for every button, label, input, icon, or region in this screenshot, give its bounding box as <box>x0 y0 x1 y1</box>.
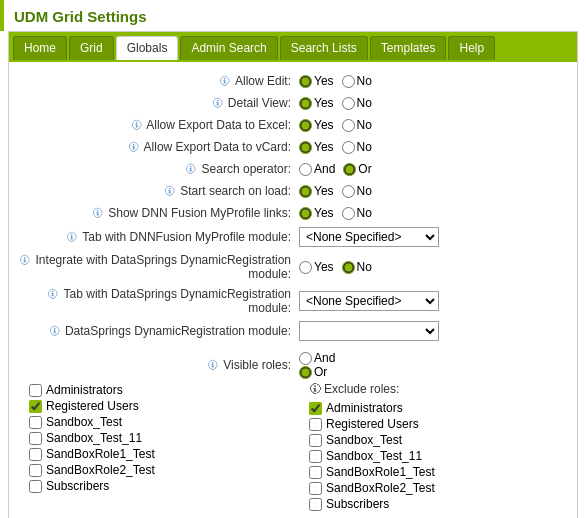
right-role-checkbox-4[interactable] <box>309 466 322 479</box>
tab-home[interactable]: Home <box>13 36 67 60</box>
left-role-item-1: Registered Users <box>29 398 299 414</box>
dropdown-10[interactable] <box>299 321 439 341</box>
help-icon-5[interactable]: 🛈 <box>164 185 175 197</box>
radio-no-0[interactable]: No <box>342 74 372 88</box>
setting-label-1: 🛈 Detail View: <box>19 96 299 110</box>
help-icon-3[interactable]: 🛈 <box>128 141 139 153</box>
setting-value-4: And Or <box>299 162 567 176</box>
left-role-label-6: Subscribers <box>46 479 109 493</box>
left-role-checkbox-5[interactable] <box>29 464 42 477</box>
help-icon-4[interactable]: 🛈 <box>185 163 196 175</box>
radio-yes-3[interactable]: Yes <box>299 140 334 154</box>
radio-or-visible[interactable]: Or <box>299 365 335 379</box>
setting-label-8: 🛈 Integrate with DataSprings DynamicRegi… <box>19 253 299 281</box>
left-role-item-2: Sandbox_Test <box>29 414 299 430</box>
left-role-checkbox-3[interactable] <box>29 432 42 445</box>
outer-container: HomeGridGlobalsAdmin SearchSearch ListsT… <box>8 31 578 518</box>
help-icon-1[interactable]: 🛈 <box>212 97 223 109</box>
left-role-label-0: Administrators <box>46 383 123 397</box>
tab-bar: HomeGridGlobalsAdmin SearchSearch ListsT… <box>9 32 577 60</box>
radio-and-visible[interactable]: And <box>299 351 335 365</box>
tab-help[interactable]: Help <box>448 36 495 60</box>
setting-label-9: 🛈 Tab with DataSprings DynamicRegistrati… <box>19 287 299 315</box>
radio-or-4[interactable]: Or <box>343 162 371 176</box>
right-role-checkbox-5[interactable] <box>309 482 322 495</box>
radio-no-8[interactable]: No <box>342 260 372 274</box>
left-role-label-1: Registered Users <box>46 399 139 413</box>
setting-row-5: 🛈 Start search on load: Yes No <box>19 180 567 202</box>
right-role-checkbox-1[interactable] <box>309 418 322 431</box>
setting-value-2: Yes No <box>299 118 567 132</box>
right-role-item-1: Registered Users <box>309 416 567 432</box>
setting-row-0: 🛈 Allow Edit: Yes No <box>19 70 567 92</box>
left-role-checkbox-0[interactable] <box>29 384 42 397</box>
setting-value-8: Yes No <box>299 260 567 274</box>
dropdown-9[interactable]: <None Specified> <box>299 291 439 311</box>
radio-no-5[interactable]: No <box>342 184 372 198</box>
right-role-label-4: SandBoxRole1_Test <box>326 465 435 479</box>
left-role-label-5: SandBoxRole2_Test <box>46 463 155 477</box>
left-role-checkbox-4[interactable] <box>29 448 42 461</box>
setting-value-7: <None Specified> <box>299 227 567 247</box>
right-role-label-5: SandBoxRole2_Test <box>326 481 435 495</box>
tab-grid[interactable]: Grid <box>69 36 114 60</box>
right-role-checkbox-0[interactable] <box>309 402 322 415</box>
setting-value-0: Yes No <box>299 74 567 88</box>
radio-yes-1[interactable]: Yes <box>299 96 334 110</box>
left-role-item-5: SandBoxRole2_Test <box>29 462 299 478</box>
left-role-checkbox-6[interactable] <box>29 480 42 493</box>
help-icon-10[interactable]: 🛈 <box>49 325 60 337</box>
right-role-item-6: Subscribers <box>309 496 567 512</box>
left-role-label-4: SandBoxRole1_Test <box>46 447 155 461</box>
setting-label-10: 🛈 DataSprings DynamicRegistration module… <box>19 324 299 338</box>
right-role-label-0: Administrators <box>326 401 403 415</box>
radio-yes-2[interactable]: Yes <box>299 118 334 132</box>
help-icon-0[interactable]: 🛈 <box>219 75 230 87</box>
radio-no-6[interactable]: No <box>342 206 372 220</box>
help-icon-2[interactable]: 🛈 <box>131 119 142 131</box>
setting-label-0: 🛈 Allow Edit: <box>19 74 299 88</box>
help-icon-exclude-roles[interactable]: 🛈 <box>309 382 321 396</box>
help-icon-9[interactable]: 🛈 <box>47 288 58 300</box>
right-role-checkbox-6[interactable] <box>309 498 322 511</box>
help-icon-7[interactable]: 🛈 <box>66 231 77 243</box>
radio-yes-8[interactable]: Yes <box>299 260 334 274</box>
tab-admin-search[interactable]: Admin Search <box>180 36 277 60</box>
roles-columns: AdministratorsRegistered UsersSandbox_Te… <box>19 382 567 512</box>
radio-yes-5[interactable]: Yes <box>299 184 334 198</box>
radio-yes-6[interactable]: Yes <box>299 206 334 220</box>
tab-templates[interactable]: Templates <box>370 36 447 60</box>
right-role-checkbox-2[interactable] <box>309 434 322 447</box>
radio-no-2[interactable]: No <box>342 118 372 132</box>
setting-value-6: Yes No <box>299 206 567 220</box>
left-role-checkbox-1[interactable] <box>29 400 42 413</box>
setting-label-5: 🛈 Start search on load: <box>19 184 299 198</box>
radio-no-3[interactable]: No <box>342 140 372 154</box>
radio-and-4[interactable]: And <box>299 162 335 176</box>
setting-value-3: Yes No <box>299 140 567 154</box>
right-role-label-3: Sandbox_Test_11 <box>326 449 422 463</box>
setting-value-9: <None Specified> <box>299 291 567 311</box>
setting-row-9: 🛈 Tab with DataSprings DynamicRegistrati… <box>19 284 567 318</box>
tab-search-lists[interactable]: Search Lists <box>280 36 368 60</box>
left-role-item-6: Subscribers <box>29 478 299 494</box>
help-icon-visible-roles[interactable]: 🛈 <box>207 359 218 371</box>
help-icon-6[interactable]: 🛈 <box>92 207 103 219</box>
radio-no-1[interactable]: No <box>342 96 372 110</box>
setting-value-1: Yes No <box>299 96 567 110</box>
left-role-label-3: Sandbox_Test_11 <box>46 431 142 445</box>
dropdown-7[interactable]: <None Specified> <box>299 227 439 247</box>
setting-row-10: 🛈 DataSprings DynamicRegistration module… <box>19 318 567 344</box>
setting-row-7: 🛈 Tab with DNNFusion MyProfile module:<N… <box>19 224 567 250</box>
radio-yes-0[interactable]: Yes <box>299 74 334 88</box>
left-role-checkbox-2[interactable] <box>29 416 42 429</box>
right-role-checkbox-3[interactable] <box>309 450 322 463</box>
setting-label-6: 🛈 Show DNN Fusion MyProfile links: <box>19 206 299 220</box>
setting-label-4: 🛈 Search operator: <box>19 162 299 176</box>
setting-row-3: 🛈 Allow Export Data to vCard: Yes No <box>19 136 567 158</box>
help-icon-8[interactable]: 🛈 <box>19 254 30 266</box>
setting-row-8: 🛈 Integrate with DataSprings DynamicRegi… <box>19 250 567 284</box>
left-role-item-4: SandBoxRole1_Test <box>29 446 299 462</box>
tab-globals[interactable]: Globals <box>116 36 179 60</box>
setting-label-3: 🛈 Allow Export Data to vCard: <box>19 140 299 154</box>
